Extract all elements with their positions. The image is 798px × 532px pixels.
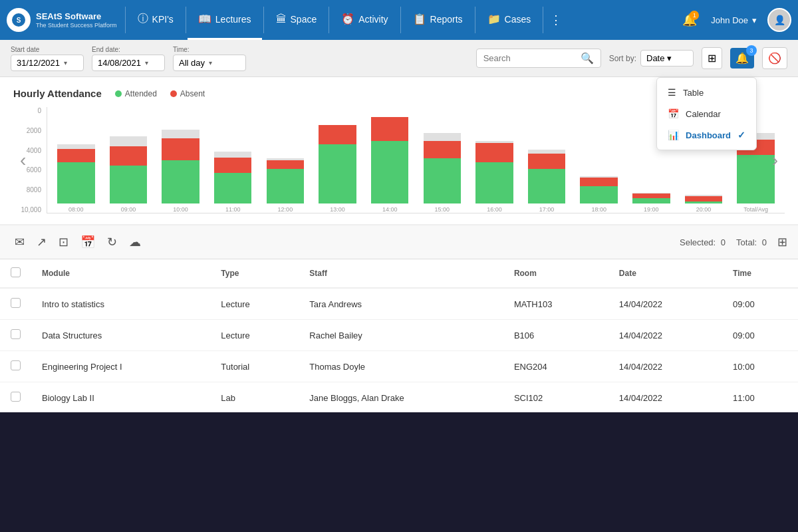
- bar-group: 15:00: [418, 110, 466, 213]
- absent-dot: [170, 90, 177, 97]
- time-input[interactable]: All day ▾: [173, 55, 246, 71]
- block-button[interactable]: 🚫: [762, 47, 787, 69]
- row-checkbox[interactable]: [11, 298, 21, 308]
- nav-item-kpis[interactable]: ⓘ KPI's: [127, 0, 184, 40]
- search-bar[interactable]: 🔍: [476, 49, 601, 68]
- bar-attended: [319, 144, 356, 203]
- select-all-checkbox[interactable]: [11, 267, 21, 277]
- total-label: Total: 0: [736, 237, 767, 247]
- dropdown-item-calendar[interactable]: 📅 Calendar: [657, 103, 756, 124]
- lectures-icon: 📖: [198, 13, 211, 25]
- row-checkbox[interactable]: [11, 329, 21, 339]
- table-row[interactable]: Data Structures Lecture Rachel Bailey B1…: [0, 320, 798, 351]
- bar-time-label: 09:00: [121, 206, 136, 213]
- export-action-button[interactable]: ↗: [33, 232, 51, 252]
- cell-staff: Rachel Bailey: [299, 320, 503, 351]
- cell-date: 14/04/2022: [608, 288, 722, 320]
- user-menu[interactable]: John Doe ▾: [707, 15, 761, 25]
- calendar-icon: 📅: [668, 108, 679, 119]
- row-checkbox[interactable]: [11, 360, 21, 370]
- selected-count: 0: [721, 237, 726, 247]
- app-tagline: The Student Success Platform: [36, 22, 117, 29]
- logo-icon: S: [7, 8, 31, 32]
- bar-group: 10:00: [157, 110, 204, 213]
- nav-label-lectures: Lectures: [215, 14, 251, 25]
- cloud-action-button[interactable]: ☁: [125, 232, 145, 252]
- bar-time-label: 16:00: [487, 206, 502, 213]
- user-name: John Doe: [711, 15, 748, 25]
- bar-stack: [262, 110, 309, 203]
- bar-absent: [685, 196, 723, 201]
- y-label-1: 8000: [13, 186, 41, 194]
- cell-staff: Thomas Doyle: [299, 351, 503, 382]
- end-date-input[interactable]: 14/08/2021 ▾: [92, 55, 165, 71]
- chart-next-button[interactable]: ›: [765, 150, 785, 171]
- refresh-icon: ↻: [107, 235, 117, 249]
- col-staff: Staff: [299, 259, 503, 288]
- sort-select[interactable]: Date ▾: [640, 50, 694, 66]
- cell-type: Lecture: [210, 288, 299, 320]
- columns-icon: ⊞: [777, 235, 787, 249]
- nav-item-activity[interactable]: ⏰ Activity: [331, 0, 398, 40]
- nav-divider-4: [329, 7, 329, 33]
- nav-divider-2: [186, 7, 186, 33]
- start-date-chevron-icon: ▾: [64, 59, 67, 66]
- bar-group: 16:00: [471, 110, 518, 213]
- table-row[interactable]: Biology Lab II Lab Jane Bloggs, Alan Dra…: [0, 382, 798, 413]
- columns-button[interactable]: ⊞: [777, 235, 787, 249]
- bar-absent: [214, 158, 252, 173]
- cell-date: 14/04/2022: [608, 382, 722, 413]
- cell-module: Engineering Project I: [31, 351, 210, 382]
- cell-staff: Tara Andrews: [299, 288, 503, 320]
- attended-dot: [115, 90, 122, 97]
- attended-label: Attended: [125, 89, 157, 98]
- calendar-action-button[interactable]: 📅: [76, 232, 99, 252]
- time-label: Time:: [173, 46, 246, 53]
- chevron-down-icon: ▾: [752, 15, 757, 25]
- avatar[interactable]: 👤: [767, 8, 791, 32]
- bar-absent: [267, 160, 305, 169]
- nav-item-reports[interactable]: 📋 Reports: [402, 0, 473, 40]
- space-icon: 🏛: [276, 13, 287, 25]
- bar-stack: [418, 110, 466, 203]
- grid-view-icon: ⊞: [708, 52, 716, 65]
- dropdown-item-table[interactable]: ☰ Table: [657, 82, 756, 103]
- filter-action-button[interactable]: ⊡: [55, 232, 72, 252]
- chart-prev-button[interactable]: ‹: [13, 150, 33, 171]
- absent-label: Absent: [180, 89, 205, 98]
- refresh-action-button[interactable]: ↻: [103, 232, 121, 252]
- y-label-4: 2000: [13, 127, 41, 134]
- nav-item-space[interactable]: 🏛 Space: [265, 0, 328, 40]
- sort-group: Sort by: Date ▾: [609, 50, 694, 66]
- time-chevron-icon: ▾: [209, 59, 212, 66]
- view-dropdown-menu: ☰ Table 📅 Calendar 📊 Dashboard ✓: [656, 77, 757, 150]
- bar-attended: [57, 162, 95, 203]
- col-type: Type: [210, 259, 299, 288]
- kpis-icon: ⓘ: [138, 12, 148, 26]
- search-input[interactable]: [483, 53, 577, 63]
- nav-item-lectures[interactable]: 📖 Lectures: [188, 0, 262, 40]
- table-row[interactable]: Intro to statistics Lecture Tara Andrews…: [0, 288, 798, 320]
- cell-type: Tutorial: [210, 351, 299, 382]
- bar-time-label: 12:00: [278, 206, 293, 213]
- row-checkbox[interactable]: [11, 392, 21, 402]
- start-date-input[interactable]: 31/12/2021 ▾: [11, 55, 84, 71]
- nav-item-cases[interactable]: 📁 Cases: [477, 0, 542, 40]
- bar-time-label: 15:00: [435, 206, 450, 213]
- legend-absent: Absent: [170, 89, 205, 98]
- table-row[interactable]: Engineering Project I Tutorial Thomas Do…: [0, 351, 798, 382]
- bar-time-label: 08:00: [68, 206, 84, 213]
- bar-absent: [424, 141, 462, 158]
- sort-label: Sort by:: [609, 54, 636, 63]
- bar-group: 08:00: [53, 110, 100, 213]
- cell-type: Lecture: [210, 320, 299, 351]
- dropdown-item-dashboard[interactable]: 📊 Dashboard ✓: [657, 124, 756, 146]
- bell-button[interactable]: 🔔 1: [679, 9, 700, 31]
- email-action-button[interactable]: ✉: [11, 232, 29, 252]
- time-group: Time: All day ▾: [173, 46, 246, 71]
- nav-divider-1: [125, 7, 126, 33]
- view-toggle-button[interactable]: ⊞: [702, 47, 722, 69]
- bar-attended: [685, 201, 723, 203]
- notification-button[interactable]: 🔔 3: [730, 48, 754, 68]
- more-options-icon[interactable]: ⋮: [545, 13, 567, 27]
